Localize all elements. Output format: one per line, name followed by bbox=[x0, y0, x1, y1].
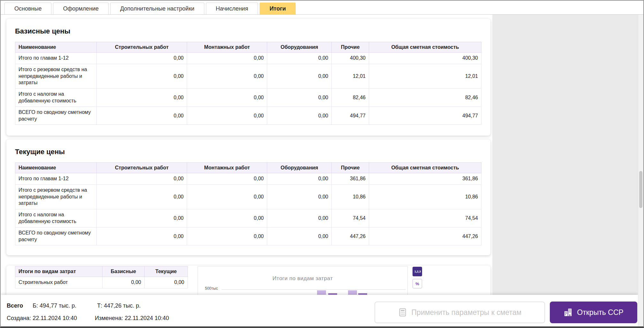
table-row: Итого с налогом на добавленную стоимость… bbox=[15, 209, 481, 227]
cell-value: 0,00 bbox=[97, 184, 187, 209]
column-header: Монтажных работ bbox=[187, 42, 267, 53]
row-label: Итого с резервом средств на непредвиденн… bbox=[15, 184, 97, 209]
cell-value: 82,46 bbox=[332, 89, 369, 107]
column-header: Итоги по видам затрат bbox=[15, 266, 102, 277]
cell-value: 0,00 bbox=[267, 53, 332, 64]
dates-row: Создана: 22.11.2024 10:40 Изменена: 22.1… bbox=[7, 315, 169, 322]
tab-advanced-settings[interactable]: Дополнительные настройки bbox=[110, 3, 204, 14]
tab-accruals[interactable]: Начисления bbox=[206, 3, 258, 14]
row-label: Итого с резервом средств на непредвиденн… bbox=[15, 64, 97, 88]
base-total-value: Б: 494,77 тыс. р. bbox=[33, 302, 76, 309]
cell-value: 494,77 bbox=[369, 107, 481, 125]
table-row: ВСЕГО по сводному сметному расчету0,000,… bbox=[15, 227, 481, 245]
table-row: Итого с резервом средств на непредвиденн… bbox=[15, 184, 481, 209]
vertical-scrollbar[interactable] bbox=[638, 15, 643, 326]
cell-value: 0,00 bbox=[267, 209, 332, 227]
cell-value: 10,86 bbox=[332, 184, 369, 209]
cell-value: 10,86 bbox=[369, 184, 481, 209]
open-ssr-button[interactable]: Открыть ССР bbox=[550, 302, 637, 323]
cell-value: 82,46 bbox=[369, 89, 481, 107]
column-header: Текущие bbox=[145, 266, 188, 277]
cell-value: 0,00 bbox=[267, 173, 332, 185]
cell-value: 494,77 bbox=[332, 107, 369, 125]
column-header: Наименование bbox=[15, 42, 97, 53]
cell-value: 0,00 bbox=[97, 227, 187, 245]
modified-date: Изменена: 22.11.2024 10:40 bbox=[95, 315, 169, 322]
row-label: ВСЕГО по сводному сметному расчету bbox=[15, 107, 97, 125]
row-label: ВСЕГО по сводному сметному расчету bbox=[15, 227, 97, 245]
chart-mode-numeric-button[interactable]: 1,2,3 bbox=[413, 267, 422, 276]
cell-value: 74,54 bbox=[332, 209, 369, 227]
tab-bar: ОсновныеОформлениеДополнительные настрой… bbox=[1, 1, 643, 15]
cell-value: 0,00 bbox=[187, 184, 267, 209]
table-row: ВСЕГО по сводному сметному расчету0,000,… bbox=[15, 107, 481, 125]
row-label: Итого с налогом на добавленную стоимость bbox=[15, 89, 97, 107]
created-date: Создана: 22.11.2024 10:40 bbox=[7, 315, 77, 322]
cell-value: 0,00 bbox=[97, 89, 187, 107]
cell-value: 400,30 bbox=[369, 53, 481, 64]
base-prices-table: НаименованиеСтроительных работМонтажных … bbox=[15, 42, 481, 125]
cell-value: 0,00 bbox=[145, 277, 188, 288]
row-label: Строительных работ bbox=[15, 277, 102, 288]
section-title-base-prices: Базисные цены bbox=[6, 19, 490, 42]
building-icon bbox=[564, 308, 572, 317]
cell-value: 12,01 bbox=[332, 64, 369, 88]
column-header: Общая сметная стоимость bbox=[369, 163, 481, 173]
cell-value: 12,01 bbox=[369, 64, 481, 88]
cell-value: 0,00 bbox=[187, 89, 267, 107]
table-row: Итого с налогом на добавленную стоимость… bbox=[15, 89, 481, 107]
cell-value: 0,00 bbox=[97, 107, 187, 125]
table-row: Итого по главам 1-120,000,000,00361,8636… bbox=[15, 173, 481, 185]
tab-totals[interactable]: Итоги bbox=[260, 3, 296, 14]
footer-bar: Всего Б: 494,77 тыс. р. Т: 447,26 тыс. р… bbox=[1, 295, 638, 326]
column-header: Прочие bbox=[332, 163, 369, 173]
tab-main[interactable]: Основные bbox=[4, 3, 51, 14]
cell-value: 447,26 bbox=[369, 227, 481, 245]
calculator-icon bbox=[398, 308, 407, 317]
cell-value: 361,86 bbox=[369, 173, 481, 185]
cell-value: 447,26 bbox=[332, 227, 369, 245]
cell-value: 0,00 bbox=[267, 184, 332, 209]
chart-mode-percent-button[interactable]: % bbox=[413, 279, 422, 288]
totals-row: Всего Б: 494,77 тыс. р. Т: 447,26 тыс. р… bbox=[7, 302, 141, 309]
column-header: Монтажных работ bbox=[187, 163, 267, 173]
content-area: Базисные цены НаименованиеСтроительных р… bbox=[1, 15, 638, 326]
cell-value: 0,00 bbox=[187, 107, 267, 125]
app-window: ОсновныеОформлениеДополнительные настрой… bbox=[0, 0, 644, 328]
column-header: Оборудования bbox=[267, 42, 332, 53]
apply-parameters-button[interactable]: Применить параметры к сметам bbox=[375, 302, 545, 323]
background-panel bbox=[492, 15, 638, 326]
cell-value: 74,54 bbox=[369, 209, 481, 227]
cell-value: 0,00 bbox=[187, 209, 267, 227]
cell-value: 361,86 bbox=[332, 173, 369, 185]
base-prices-card: Базисные цены НаименованиеСтроительных р… bbox=[6, 19, 490, 136]
cell-value: 0,00 bbox=[187, 173, 267, 185]
cell-value: 0,00 bbox=[267, 107, 332, 125]
column-header: Строительных работ bbox=[97, 42, 187, 53]
costs-by-type-table: Итоги по видам затратБазисныеТекущиеСтро… bbox=[15, 266, 188, 288]
current-prices-table: НаименованиеСтроительных работМонтажных … bbox=[15, 162, 481, 245]
column-header: Наименование bbox=[15, 163, 97, 173]
total-label: Всего bbox=[7, 302, 23, 309]
cell-value: 0,00 bbox=[187, 227, 267, 245]
apply-parameters-label: Применить параметры к сметам bbox=[412, 308, 522, 317]
open-ssr-label: Открыть ССР bbox=[577, 308, 623, 317]
cell-value: 0,00 bbox=[187, 64, 267, 88]
row-label: Итого с налогом на добавленную стоимость bbox=[15, 209, 97, 227]
table-row: Итого с резервом средств на непредвиденн… bbox=[15, 64, 481, 88]
cell-value: 0,00 bbox=[97, 64, 187, 88]
column-header: Прочие bbox=[332, 42, 369, 53]
column-header: Базисные bbox=[102, 266, 145, 277]
cell-value: 0,00 bbox=[97, 209, 187, 227]
tab-decoration[interactable]: Оформление bbox=[53, 3, 109, 14]
cell-value: 400,30 bbox=[332, 53, 369, 64]
column-header: Строительных работ bbox=[97, 163, 187, 173]
cell-value: 0,00 bbox=[102, 277, 145, 288]
scrollbar-thumb[interactable] bbox=[639, 171, 642, 208]
cell-value: 0,00 bbox=[267, 64, 332, 88]
row-label: Итого по главам 1-12 bbox=[15, 53, 97, 64]
column-header: Общая сметная стоимость bbox=[369, 42, 481, 53]
section-title-current-prices: Текущие цены bbox=[6, 139, 490, 162]
current-prices-card: Текущие цены НаименованиеСтроительных ра… bbox=[6, 139, 490, 255]
row-label: Итого по главам 1-12 bbox=[15, 173, 97, 185]
